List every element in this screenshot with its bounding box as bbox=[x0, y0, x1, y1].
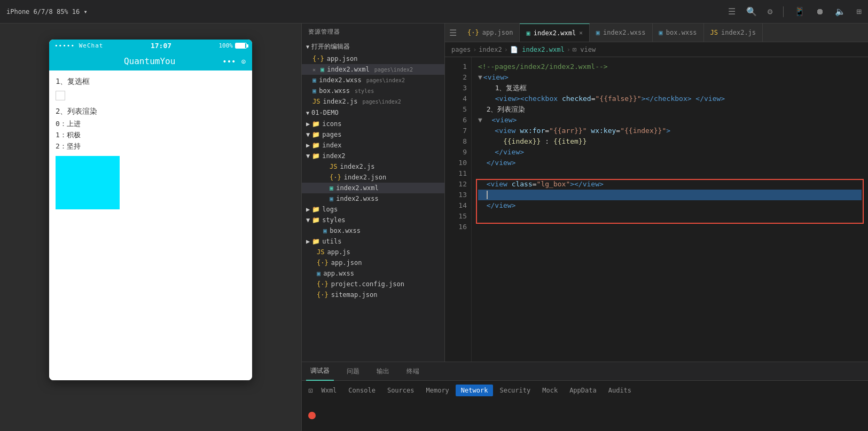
tree-app-json[interactable]: {·} app.json bbox=[302, 257, 444, 268]
bottom-tabs: 调试器 问题 输出 终端 bbox=[302, 362, 868, 381]
search-icon[interactable]: 🔍 bbox=[746, 6, 757, 17]
tab-issues[interactable]: 问题 bbox=[342, 362, 364, 381]
device-icon[interactable]: 📱 bbox=[794, 6, 805, 17]
code-line-15 bbox=[478, 211, 862, 222]
phone-section-1-title: 1、复选框 bbox=[56, 77, 246, 87]
line-numbers: 1 2 3 4 5 6 7 8 9 10 11 12 13 14 bbox=[445, 57, 472, 362]
code-editor: ☰ {·} app.json ▣ index2.wxml ✕ ▣ index2.… bbox=[445, 23, 868, 362]
tree-icons-folder[interactable]: ▶ 📁 icons bbox=[302, 119, 444, 129]
phone-time: 17:07 bbox=[151, 42, 171, 50]
editor-tabs: ☰ {·} app.json ▣ index2.wxml ✕ ▣ index2.… bbox=[445, 23, 868, 42]
subtab-security[interactable]: Security bbox=[494, 385, 536, 396]
wxss-icon: ▣ bbox=[312, 87, 316, 95]
subtab-sources[interactable]: Sources bbox=[382, 385, 420, 396]
wxss-icon: ▣ bbox=[330, 195, 333, 202]
open-editors-chevron: ▼ bbox=[306, 44, 309, 50]
open-editors-label: 打开的编辑器 bbox=[311, 42, 350, 51]
project-section[interactable]: ▼ 01-DEMO bbox=[302, 107, 444, 119]
open-file-index2-wxml[interactable]: ✕ ▣ index2.wxml pages\index2 bbox=[302, 64, 444, 75]
tab-index2-wxml[interactable]: ▣ index2.wxml ✕ bbox=[520, 23, 589, 42]
json-icon: {·} bbox=[317, 280, 329, 288]
code-line-1: <!--pages/index2/index2.wxml--> bbox=[478, 61, 862, 72]
subtab-console[interactable]: Console bbox=[343, 385, 381, 396]
toolbar-divider bbox=[783, 6, 784, 17]
subtab-memory[interactable]: Memory bbox=[421, 385, 455, 396]
code-line-9: </view> bbox=[478, 147, 862, 158]
code-line-2: ▼ <view> bbox=[478, 72, 862, 83]
subtab-appdata[interactable]: AppData bbox=[564, 385, 602, 396]
open-file-name: index2.js bbox=[323, 98, 357, 105]
audio-icon[interactable]: 🔈 bbox=[835, 6, 846, 17]
phone-list-item-1: 1：积极 bbox=[56, 130, 246, 141]
open-file-path: pages\index2 bbox=[374, 67, 413, 73]
phone-cyan-box bbox=[56, 156, 120, 209]
phone-list-item-2: 2：坚持 bbox=[56, 141, 246, 152]
phone-nav-bar: QuantumYou ••• ⊙ bbox=[49, 52, 252, 70]
tab-output[interactable]: 输出 bbox=[372, 362, 394, 381]
open-file-index2-wxss[interactable]: ▣ index2.wxss pages\index2 bbox=[302, 75, 444, 85]
tab-app-json[interactable]: {·} app.json bbox=[461, 23, 520, 42]
tab-box-wxss[interactable]: ▣ box.wxss bbox=[653, 23, 704, 42]
subtab-wxml[interactable]: Wxml bbox=[316, 385, 342, 396]
phone-checkbox[interactable] bbox=[56, 91, 65, 100]
open-file-index2-js[interactable]: JS index2.js pages\index2 bbox=[302, 96, 444, 107]
chevron-right-icon: ▶ bbox=[306, 238, 310, 245]
open-file-app-json[interactable]: {·} app.json bbox=[302, 53, 444, 64]
js-icon: JS bbox=[317, 248, 324, 256]
code-line-5: 2、列表渲染 bbox=[478, 104, 862, 115]
tree-pages-folder[interactable]: ▼ 📁 pages bbox=[302, 129, 444, 140]
subtab-cursor-icon[interactable]: ⊡ bbox=[308, 386, 312, 395]
open-file-path: pages\index2 bbox=[362, 99, 401, 105]
tree-index2-folder[interactable]: ▼ 📁 index2 bbox=[302, 151, 444, 161]
tab-index2-js[interactable]: JS index2.js bbox=[704, 23, 763, 42]
wxss-icon: ▣ bbox=[312, 76, 316, 84]
open-file-box-wxss[interactable]: ▣ box.wxss styles bbox=[302, 85, 444, 96]
chevron-down-icon: ▼ bbox=[306, 152, 310, 160]
editor-menu-icon[interactable]: ☰ bbox=[445, 28, 461, 38]
tree-styles-folder[interactable]: ▼ 📁 styles bbox=[302, 215, 444, 225]
code-line-12: <view class = "lg_box" ></view> bbox=[478, 179, 862, 190]
menu-icon[interactable]: ☰ bbox=[728, 6, 736, 17]
code-line-13 bbox=[478, 190, 862, 200]
phone-more-icon[interactable]: ••• bbox=[222, 57, 236, 66]
phone-camera-icon[interactable]: ⊙ bbox=[241, 57, 246, 66]
code-area[interactable]: <!--pages/index2/index2.wxml--> ▼ <view>… bbox=[472, 57, 868, 362]
main-area: ••••• WeChat 17:07 100% QuantumYou ••• ⊙ bbox=[0, 23, 868, 431]
tree-utils-folder[interactable]: ▶ 📁 utils bbox=[302, 236, 444, 247]
tree-box-wxss[interactable]: ▣ box.wxss bbox=[302, 225, 444, 236]
tree-project-config-json[interactable]: {·} project.config.json bbox=[302, 279, 444, 289]
subtab-audits[interactable]: Audits bbox=[603, 385, 637, 396]
tree-sitemap-json[interactable]: {·} sitemap.json bbox=[302, 289, 444, 300]
tab-terminal[interactable]: 终端 bbox=[402, 362, 424, 381]
code-line-16 bbox=[478, 222, 862, 232]
tree-index2-wxml[interactable]: ▣ index2.wxml bbox=[302, 183, 444, 193]
tab-close-icon[interactable]: ✕ bbox=[579, 29, 583, 36]
record-icon[interactable]: ⏺ bbox=[816, 6, 824, 17]
open-file-name: box.wxss bbox=[319, 87, 350, 95]
js-icon: JS bbox=[312, 98, 320, 105]
tree-logs-folder[interactable]: ▶ 📁 logs bbox=[302, 204, 444, 215]
device-selector[interactable]: iPhone 6/7/8 85% 16 ▾ bbox=[6, 8, 88, 15]
subtab-network[interactable]: Network bbox=[456, 385, 494, 396]
code-line-8: {{index}} : {{item}} bbox=[478, 136, 862, 147]
tree-index-folder[interactable]: ▶ 📁 index bbox=[302, 140, 444, 151]
tree-index2-js[interactable]: JS index2.js bbox=[302, 161, 444, 172]
debug-icon[interactable]: ⚙ bbox=[768, 6, 773, 17]
tab-index2-wxss[interactable]: ▣ index2.wxss bbox=[590, 23, 653, 42]
breadcrumb-item-pages: pages bbox=[451, 46, 471, 53]
subtab-mock[interactable]: Mock bbox=[537, 385, 563, 396]
phone-frame: ••••• WeChat 17:07 100% QuantumYou ••• ⊙ bbox=[49, 40, 252, 380]
code-line-3: 1、复选框 bbox=[478, 83, 862, 93]
tree-app-wxss[interactable]: ▣ app.wxss bbox=[302, 268, 444, 279]
tree-index2-wxss[interactable]: ▣ index2.wxss bbox=[302, 193, 444, 204]
tab-debugger[interactable]: 调试器 bbox=[306, 362, 334, 381]
close-icon[interactable]: ✕ bbox=[312, 67, 316, 73]
layout-icon[interactable]: ⊞ bbox=[856, 6, 862, 17]
phone-battery: 100% bbox=[219, 42, 247, 49]
project-label: 01-DEMO bbox=[311, 109, 339, 116]
open-editors-section[interactable]: ▼ 打开的编辑器 bbox=[302, 40, 444, 53]
top-toolbar: iPhone 6/7/8 85% 16 ▾ ☰ 🔍 ⚙ 📱 ⏺ 🔈 ⊞ bbox=[0, 0, 868, 23]
breadcrumb-item-view: ⊡ view bbox=[573, 46, 596, 53]
tree-index2-json[interactable]: {·} index2.json bbox=[302, 172, 444, 183]
tree-app-js[interactable]: JS app.js bbox=[302, 247, 444, 257]
